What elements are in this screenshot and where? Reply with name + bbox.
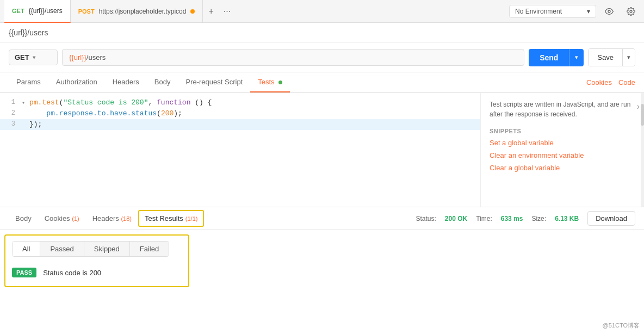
tab-get-users[interactable]: GET {{url}}/users: [4, 0, 71, 23]
filter-tab-all[interactable]: All: [13, 242, 40, 256]
send-dropdown-button[interactable]: ▾: [569, 49, 584, 66]
filter-tabs: All Passed Skipped Failed: [12, 241, 169, 257]
environment-section: No Environment ▾: [509, 3, 640, 20]
request-title: {{url}}/users: [0, 23, 644, 43]
send-button[interactable]: Send: [529, 49, 569, 66]
test-row-1: PASS Status code is 200: [12, 264, 182, 281]
snippets-info-text: Test scripts are written in JavaScript, …: [490, 100, 635, 119]
tab-url-tab2: https://jsonplaceholder.typicod: [99, 8, 187, 15]
tab-bar: GET {{url}}/users POST https://jsonplace…: [0, 0, 644, 23]
cookies-count: (1): [72, 215, 79, 222]
headers-count: (18): [121, 215, 132, 222]
tab-dot-tab2: [190, 9, 195, 14]
tab-url-tab1: {{url}}/users: [29, 7, 63, 15]
snippet-clear-environment-variable[interactable]: Clear an environment variable: [490, 151, 635, 159]
code-line-2: 2 pm.response.to.have.status(200);: [0, 108, 480, 119]
add-tab-button[interactable]: +: [205, 4, 216, 18]
code-line-3: 3 });: [0, 119, 480, 130]
send-button-group: Send ▾: [529, 49, 584, 66]
status-label: Status:: [416, 215, 436, 222]
chevron-down-icon: ▾: [587, 8, 590, 15]
url-suffix: /users: [86, 53, 106, 61]
resp-tab-test-results[interactable]: Test Results (1/1): [138, 210, 204, 227]
size-value: 6.13 KB: [555, 215, 579, 222]
code-line-1: 1 ▾ pm.test("Status code is 200", functi…: [0, 97, 480, 108]
code-text-3: });: [29, 120, 480, 128]
method-chevron-icon: ▾: [33, 54, 35, 60]
resp-tab-headers[interactable]: Headers (18): [86, 209, 138, 228]
env-label: No Environment: [515, 8, 562, 15]
tab-tests[interactable]: Tests: [250, 72, 290, 92]
expand-snippets-icon[interactable]: ›: [637, 102, 640, 112]
tab-actions: + ···: [205, 4, 234, 18]
svg-point-1: [630, 10, 632, 13]
pass-badge: PASS: [12, 268, 36, 277]
snippets-panel: Test scripts are written in JavaScript, …: [481, 93, 644, 207]
more-tabs-button[interactable]: ···: [220, 4, 234, 18]
tab-params[interactable]: Params: [9, 72, 48, 92]
method-select[interactable]: GET ▾: [9, 50, 58, 65]
tests-dot-icon: [278, 81, 282, 84]
filter-tab-failed[interactable]: Failed: [130, 242, 169, 256]
cookies-link[interactable]: Cookies: [586, 73, 612, 92]
save-dropdown-button[interactable]: ▾: [622, 49, 635, 66]
response-tabs-bar: Body Cookies (1) Headers (18) Test Resul…: [0, 207, 644, 230]
test-description: Status code is 200: [43, 269, 101, 277]
tab-pre-request-script[interactable]: Pre-request Script: [178, 72, 250, 92]
line-number-3: 3: [0, 120, 22, 128]
filter-tab-passed[interactable]: Passed: [40, 242, 84, 256]
req-tab-right-actions: Cookies Code: [586, 73, 635, 92]
watermark: @51CTO博客: [603, 321, 640, 330]
resp-tab-cookies[interactable]: Cookies (1): [38, 209, 86, 228]
tab-post-jsonplaceholder[interactable]: POST https://jsonplaceholder.typicod: [71, 0, 203, 23]
url-bar: GET ▾ {{url}}/users Send ▾ Save ▾: [0, 43, 644, 72]
snippets-label: SNIPPETS: [490, 128, 635, 134]
status-value: 200 OK: [445, 215, 467, 222]
request-title-text: {{url}}/users: [9, 28, 48, 37]
scroll-bar[interactable]: [641, 93, 644, 207]
test-results-count: (1/1): [185, 215, 198, 222]
response-status: Status: 200 OK Time: 633 ms Size: 6.13 K…: [416, 211, 635, 226]
method-label-tab1: GET: [12, 8, 24, 14]
request-tabs: Params Authorization Headers Body Pre-re…: [0, 72, 644, 93]
download-button[interactable]: Download: [587, 211, 635, 226]
size-label: Size:: [531, 215, 546, 222]
time-label: Time:: [476, 215, 492, 222]
url-input[interactable]: {{url}}/users: [62, 49, 524, 66]
code-editor[interactable]: 1 ▾ pm.test("Status code is 200", functi…: [0, 93, 481, 207]
fold-arrow-1[interactable]: ▾: [22, 100, 29, 106]
method-value: GET: [15, 53, 29, 61]
test-results-panel: All Passed Skipped Failed PASS Status co…: [4, 234, 189, 287]
environment-dropdown[interactable]: No Environment ▾: [509, 5, 596, 18]
time-value: 633 ms: [501, 215, 523, 222]
main-content: 1 ▾ pm.test("Status code is 200", functi…: [0, 93, 644, 207]
fold-arrow-3: [22, 121, 29, 127]
save-button-group: Save ▾: [588, 48, 635, 66]
method-label-tab2: POST: [78, 8, 95, 15]
snippet-set-global-variable[interactable]: Set a global variable: [490, 139, 635, 147]
code-link[interactable]: Code: [618, 73, 635, 92]
svg-point-0: [608, 10, 610, 13]
tab-headers[interactable]: Headers: [105, 72, 147, 92]
scroll-thumb: [641, 104, 644, 126]
snippet-clear-global-variable[interactable]: Clear a global variable: [490, 164, 635, 172]
line-number-1: 1: [0, 98, 22, 106]
url-prefix: {{url}}: [69, 53, 86, 61]
resp-tab-body[interactable]: Body: [9, 209, 38, 228]
code-text-2: pm.response.to.have.status(200);: [29, 109, 480, 117]
eye-icon-button[interactable]: [600, 3, 618, 20]
tab-body[interactable]: Body: [147, 72, 178, 92]
code-text-1: pm.test("Status code is 200", function (…: [29, 98, 480, 107]
settings-icon-button[interactable]: [622, 3, 640, 20]
fold-arrow-2: [22, 110, 29, 116]
line-number-2: 2: [0, 109, 22, 117]
filter-tab-skipped[interactable]: Skipped: [84, 242, 130, 256]
tab-authorization[interactable]: Authorization: [48, 72, 105, 92]
save-button[interactable]: Save: [589, 49, 622, 66]
test-results-content: All Passed Skipped Failed PASS Status co…: [5, 236, 188, 286]
